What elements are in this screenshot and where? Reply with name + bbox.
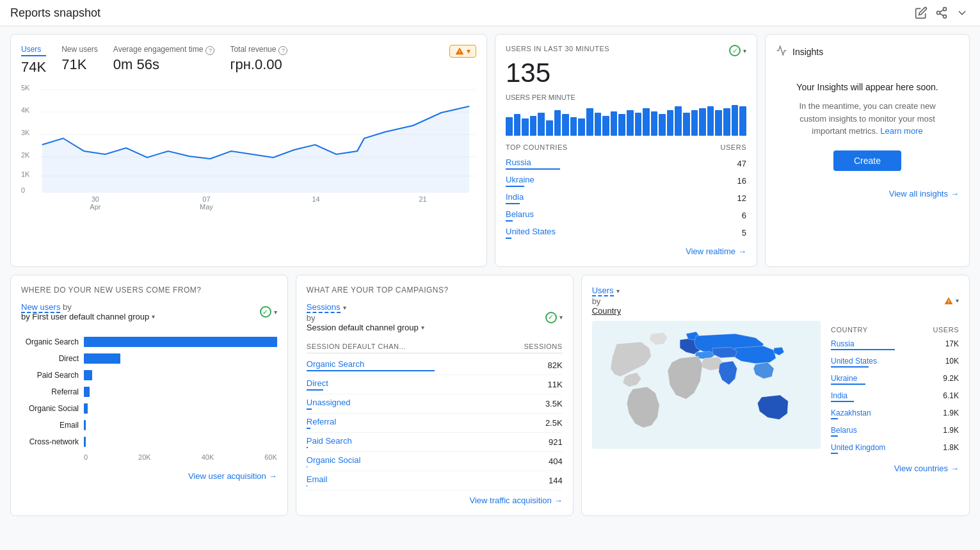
geo-footer: View countries → xyxy=(592,464,959,473)
country-name[interactable]: United States xyxy=(506,227,556,236)
session-row: Direct 11K xyxy=(307,375,563,394)
learn-more-link[interactable]: Learn more xyxy=(880,126,922,136)
channel-bar-track xyxy=(84,403,277,414)
view-countries-link[interactable]: View countries → xyxy=(894,464,959,473)
session-bar xyxy=(307,408,312,410)
geo-by-label: by xyxy=(592,296,601,306)
per-minute-bar xyxy=(691,110,698,136)
channel-bar-fill xyxy=(84,387,90,397)
engagement-info-icon[interactable]: ? xyxy=(205,46,214,55)
users-chart: 5K 4K 3K 2K 1K 0 xyxy=(21,81,476,196)
campaigns-footer: View traffic acquisition → xyxy=(307,496,563,505)
geo-country-name[interactable]: Ukraine xyxy=(831,374,865,383)
session-bar xyxy=(307,389,323,391)
geo-country-name[interactable]: United Kingdom xyxy=(831,443,885,452)
geo-country-name[interactable]: Kazakhstan xyxy=(831,408,871,417)
realtime-card: USERS IN LAST 30 MINUTES 135 ✓ ▾ USERS P… xyxy=(495,34,757,267)
engagement-label: Average engagement time xyxy=(113,45,204,54)
geo-country-name[interactable]: Belarus xyxy=(831,426,857,435)
view-user-acquisition-link[interactable]: View user acquisition → xyxy=(188,471,277,481)
country-name[interactable]: India xyxy=(506,192,524,202)
channel-bar-row: Email xyxy=(21,420,277,430)
world-map xyxy=(592,321,821,449)
users-metric-dropdown[interactable]: Users ▾ xyxy=(592,286,620,296)
channel-bar-fill xyxy=(84,420,86,430)
session-channel-name[interactable]: Organic Search xyxy=(307,359,435,369)
geo-country-value: 9.2K xyxy=(943,374,959,387)
geo-country-bar xyxy=(831,366,869,368)
campaigns-check-icon: ✓ xyxy=(545,312,557,323)
geo-country-name[interactable]: India xyxy=(831,391,854,400)
geo-country-value: 17K xyxy=(945,339,959,353)
countries-header: TOP COUNTRIES USERS xyxy=(506,143,746,151)
insights-desc: In the meantime, you can create new cust… xyxy=(786,100,949,138)
session-channel-name[interactable]: Email xyxy=(307,474,328,484)
per-minute-bar xyxy=(578,118,585,136)
per-minute-bar xyxy=(522,118,529,136)
chart-x-labels: 30Apr 07May 14 21 xyxy=(21,195,476,211)
svg-marker-16 xyxy=(42,106,469,193)
session-channel-name[interactable]: Unassigned xyxy=(307,398,351,407)
channel-label: Direct xyxy=(21,354,79,363)
session-channel-name[interactable]: Referral xyxy=(307,417,336,426)
check-circle-icon: ✓ xyxy=(729,45,741,56)
channel-bar-track xyxy=(84,437,277,447)
session-channel-name[interactable]: Paid Search xyxy=(307,436,352,446)
svg-text:4K: 4K xyxy=(21,107,29,113)
warning-badge[interactable]: ▾ xyxy=(449,45,476,58)
metrics-row: Users 74K New users 71K Average engageme… xyxy=(21,45,476,76)
new-users-chart-label: New users by by First user default chann… xyxy=(21,302,155,321)
campaigns-dropdown-btn[interactable]: ▾ xyxy=(559,314,563,321)
per-minute-label: USERS PER MINUTE xyxy=(506,93,746,101)
geo-country-value: 1.9K xyxy=(943,408,959,422)
campaigns-card: WHAT ARE YOUR TOP CAMPAIGNS? Sessions ▾ … xyxy=(296,275,574,516)
session-row: Referral 2.5K xyxy=(307,414,563,433)
view-all-insights-link[interactable]: View all insights → xyxy=(889,189,959,198)
geo-country-value: 6.1K xyxy=(943,391,959,405)
country-name[interactable]: Ukraine xyxy=(506,175,534,184)
channel-label: Email xyxy=(21,421,79,430)
country-name[interactable]: Belarus xyxy=(506,209,534,219)
view-traffic-acquisition-link[interactable]: View traffic acquisition → xyxy=(470,496,563,505)
geo-country-name[interactable]: United States xyxy=(831,357,877,366)
session-channel-name[interactable]: Organic Social xyxy=(307,455,361,465)
edit-icon[interactable] xyxy=(913,5,929,20)
channel-bar-fill xyxy=(84,353,120,364)
country-count: 5 xyxy=(742,228,746,238)
geo-card: Users ▾ by Country ▾ xyxy=(581,275,970,516)
per-minute-bar xyxy=(618,114,625,136)
country-row: Ukraine 16 xyxy=(506,172,746,190)
share-icon[interactable] xyxy=(934,5,949,20)
geo-country-name[interactable]: Russia xyxy=(831,339,895,348)
more-icon[interactable] xyxy=(954,5,970,20)
geo-country-value: 10K xyxy=(945,357,959,370)
country-bar xyxy=(506,220,513,222)
country-name[interactable]: Russia xyxy=(506,158,560,167)
session-bar xyxy=(307,370,435,371)
realtime-dropdown-btn[interactable]: ▾ xyxy=(743,47,746,54)
channel-bar-row: Organic Social xyxy=(21,403,277,414)
engagement-value: 0m 56s xyxy=(113,56,215,73)
svg-text:1K: 1K xyxy=(21,171,29,177)
geo-dropdown-btn[interactable]: ▾ xyxy=(956,297,959,304)
session-group-dropdown[interactable]: Session default channel group ▾ xyxy=(307,323,424,332)
channel-group-dropdown[interactable]: by First user default channel group ▾ xyxy=(21,312,155,321)
per-minute-bar xyxy=(723,108,730,136)
new-users-label: New users xyxy=(61,45,98,54)
geo-table-rows: Russia 17K United States 10K Ukraine 9.2 xyxy=(831,337,959,458)
per-minute-bar xyxy=(627,110,634,136)
create-insight-button[interactable]: Create xyxy=(833,150,901,171)
sessions-metric-dropdown[interactable]: Sessions ▾ xyxy=(307,302,346,313)
session-channel-name[interactable]: Direct xyxy=(307,378,328,388)
country-dropdown[interactable]: Country xyxy=(592,306,622,316)
country-bar xyxy=(506,238,511,239)
view-realtime-link[interactable]: View realtime → xyxy=(686,247,746,256)
revenue-info-icon[interactable]: ? xyxy=(278,46,287,55)
geo-table-header: COUNTRY USERS xyxy=(831,326,959,334)
new-users-dropdown-btn[interactable]: ▾ xyxy=(274,309,277,316)
revenue-label-row: Total revenue ? xyxy=(230,45,434,56)
country-count: 12 xyxy=(737,193,746,203)
channel-label: Cross-network xyxy=(21,437,79,446)
insights-card: Insights Your Insights will appear here … xyxy=(765,34,970,267)
realtime-count: 135 xyxy=(506,58,550,88)
